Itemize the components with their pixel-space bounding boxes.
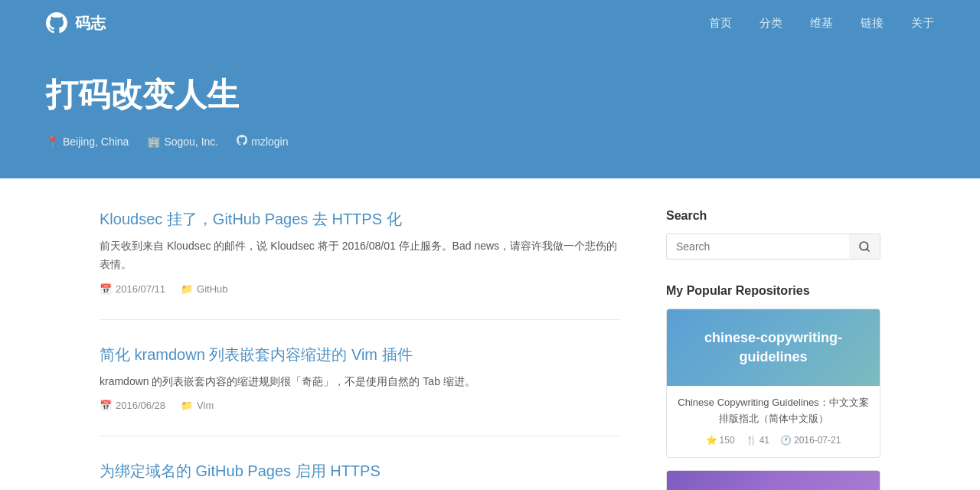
hero-location: 📍 Beijing, China: [46, 136, 129, 148]
post-excerpt: 前天收到来自 Kloudsec 的邮件，说 Kloudsec 将于 2016/0…: [100, 237, 620, 274]
fork-icon: 🍴: [746, 433, 757, 448]
nav-links-item[interactable]: 链接: [861, 16, 884, 31]
repo-update-date: 2016-07-21: [794, 433, 841, 448]
post-title[interactable]: Kloudsec 挂了，GitHub Pages 去 HTTPS 化: [100, 209, 620, 230]
github-logo-icon: [46, 12, 67, 34]
hero-github: mzlogin: [237, 135, 288, 148]
post-category: GitHub: [197, 283, 227, 295]
repo-card: [666, 470, 880, 490]
hero-company-text: Sogou, Inc.: [164, 136, 218, 148]
repo-banner-text: chinese-copywriting-guidelines: [676, 328, 871, 367]
search-input[interactable]: [666, 234, 849, 260]
location-icon: 📍: [46, 136, 59, 148]
post-item: Kloudsec 挂了，GitHub Pages 去 HTTPS 化 前天收到来…: [100, 209, 620, 320]
post-date: 2016/06/28: [116, 400, 165, 411]
sidebar: Search My Popular Repositories: [666, 209, 880, 490]
post-item: 简化 kramdown 列表嵌套内容缩进的 Vim 插件 kramdown 的列…: [100, 345, 620, 437]
sidebar-search-section: Search: [666, 209, 880, 260]
repo-banner: chinese-copywriting-guidelines: [667, 309, 880, 386]
forks-count: 41: [760, 433, 769, 448]
posts-list: Kloudsec 挂了，GitHub Pages 去 HTTPS 化 前天收到来…: [100, 209, 620, 490]
hero-title: 打码改变人生: [46, 74, 934, 116]
repo-banner-2: [667, 471, 880, 490]
site-name: 码志: [75, 13, 106, 34]
nav-about[interactable]: 关于: [911, 16, 934, 31]
github-meta-icon: [237, 135, 247, 148]
sidebar-repos-section: My Popular Repositories chinese-copywrit…: [666, 284, 880, 490]
post-title[interactable]: 为绑定域名的 GitHub Pages 启用 HTTPS: [100, 461, 620, 482]
post-excerpt: kramdown 的列表嵌套内容的缩进规则很「奇葩」，不是使用自然的 Tab 缩…: [100, 373, 620, 391]
post-category-item: 📁 GitHub: [181, 283, 227, 295]
nav-home[interactable]: 首页: [709, 16, 732, 31]
site-logo[interactable]: 码志: [46, 12, 106, 34]
post-date: 2016/07/11: [116, 283, 165, 295]
calendar-icon: 📅: [100, 283, 112, 295]
search-section-title: Search: [666, 209, 880, 223]
hero-meta: 📍 Beijing, China 🏢 Sogou, Inc. mzlogin: [46, 135, 934, 148]
hero-content: 打码改变人生 📍 Beijing, China 🏢 Sogou, Inc. mz…: [46, 46, 934, 178]
post-meta: 📅 2016/07/11 📁 GitHub: [100, 283, 620, 295]
hero-github-text: mzlogin: [251, 136, 288, 148]
search-icon: [858, 240, 871, 253]
search-button[interactable]: [849, 234, 880, 260]
repo-card: chinese-copywriting-guidelines Chinese C…: [666, 309, 880, 458]
company-icon: 🏢: [147, 136, 160, 148]
nav-wiki[interactable]: 维基: [810, 16, 833, 31]
main-wrapper: Kloudsec 挂了，GitHub Pages 去 HTTPS 化 前天收到来…: [0, 178, 980, 490]
calendar-icon: 📅: [100, 400, 112, 411]
repo-stars: ⭐ 150: [706, 433, 735, 448]
folder-icon: 📁: [181, 283, 193, 295]
nav-links: 首页 分类 维基 链接 关于: [709, 16, 934, 31]
folder-icon: 📁: [181, 400, 193, 411]
svg-line-1: [867, 249, 869, 251]
search-box: [666, 234, 880, 260]
post-meta: 📅 2016/06/28 📁 Vim: [100, 400, 620, 411]
stars-count: 150: [720, 433, 735, 448]
repo-info: Chinese Copywriting Guidelines：中文文案排版指北（…: [667, 386, 880, 457]
nav-bar: 码志 首页 分类 维基 链接 关于: [46, 0, 934, 46]
post-date-item: 📅 2016/07/11: [100, 283, 165, 295]
repo-forks: 🍴 41: [746, 433, 769, 448]
hero-company: 🏢 Sogou, Inc.: [147, 136, 218, 148]
repo-description: Chinese Copywriting Guidelines：中文文案排版指北（…: [678, 395, 869, 427]
post-category: Vim: [197, 400, 214, 411]
main-inner: Kloudsec 挂了，GitHub Pages 去 HTTPS 化 前天收到来…: [54, 178, 926, 490]
star-icon: ⭐: [706, 433, 717, 448]
post-date-item: 📅 2016/06/28: [100, 400, 165, 411]
hero-location-text: Beijing, China: [63, 136, 129, 148]
post-item: 为绑定域名的 GitHub Pages 启用 HTTPS Update 2016…: [100, 461, 620, 490]
clock-icon: 🕐: [780, 433, 792, 448]
repos-section-title: My Popular Repositories: [666, 284, 880, 298]
repo-date: 🕐 2016-07-21: [780, 433, 841, 448]
post-title[interactable]: 简化 kramdown 列表嵌套内容缩进的 Vim 插件: [100, 345, 620, 365]
repo-stats: ⭐ 150 🍴 41 🕐 2016-07-21: [678, 433, 869, 448]
site-header: 码志 首页 分类 维基 链接 关于 打码改变人生 📍 Beijing, Chin…: [0, 0, 980, 178]
post-category-item: 📁 Vim: [181, 400, 214, 411]
nav-categories[interactable]: 分类: [760, 16, 782, 31]
